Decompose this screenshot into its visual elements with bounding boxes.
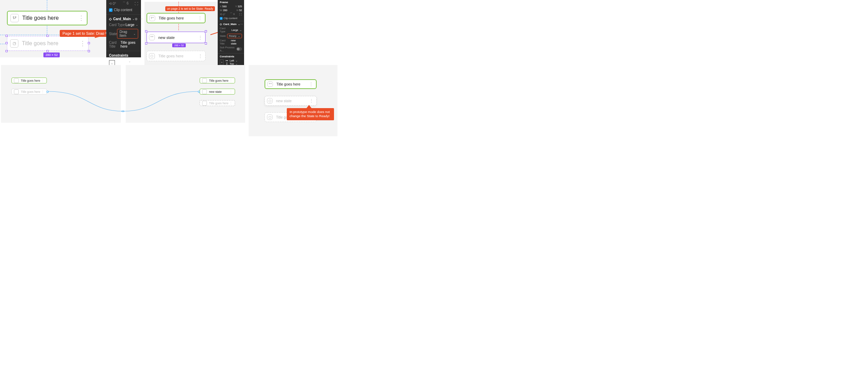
constraint-widget[interactable]: +	[220, 59, 224, 65]
card-green-1[interactable]: Title goes here ⋮	[7, 11, 87, 25]
more-icon[interactable]: ⋮	[229, 79, 233, 82]
svg-rect-2	[13, 42, 15, 44]
card-title: Title goes here	[209, 102, 229, 105]
selection-handle[interactable]	[88, 42, 90, 44]
svg-point-0	[13, 17, 14, 18]
card-type-dropdown[interactable]: Large⌄	[125, 23, 138, 27]
card-title: Title goes here	[158, 54, 197, 58]
svg-rect-9	[151, 55, 153, 57]
prop-label: State	[220, 34, 226, 38]
rotation-value[interactable]: 0°	[113, 2, 116, 6]
component-header[interactable]: ◇ Card_Main ⌄	[109, 17, 135, 21]
subprocess-toggle[interactable]	[236, 47, 242, 51]
more-icon[interactable]: ⋮	[308, 82, 314, 87]
prop-label: Card Type	[220, 27, 232, 33]
card-green-3[interactable]: Title goes here ⋮	[265, 79, 317, 89]
figma-properties-panel-1: ⟲ 0° ⌒ 6 ⛶ ✓ Clip content ◇ Card_Main ⌄ …	[106, 0, 141, 57]
bottom-frame-right: Title goes here ⋮ new state ⋮ Title goes…	[249, 65, 337, 136]
frame-header[interactable]: Frame	[218, 0, 244, 5]
more-icon[interactable]: ⋮	[79, 40, 85, 47]
expand-icon[interactable]: ⛶	[239, 13, 242, 16]
selection-handle[interactable]	[6, 50, 8, 52]
more-icon[interactable]: ⋮	[41, 79, 44, 82]
more-icon[interactable]: ⋮	[197, 35, 203, 40]
svg-point-8	[152, 36, 153, 37]
card-green-small[interactable]: Title goes here ⋮	[200, 78, 235, 83]
state-dropdown-highlighted[interactable]: Ready⌄	[227, 34, 242, 38]
rotation-value[interactable]: 0°	[223, 13, 225, 16]
more-icon[interactable]: ⋮	[41, 90, 44, 94]
radius-value[interactable]: 6	[127, 1, 129, 5]
constraint-h[interactable]: ↦ Left⌄	[117, 59, 131, 63]
more-icon[interactable]: ⋮	[197, 54, 203, 58]
selection-handle[interactable]	[6, 42, 8, 44]
selection-handle[interactable]	[88, 50, 90, 52]
card-newstate-selected[interactable]: new state ⋮	[147, 32, 206, 43]
card-newstate-dash[interactable]: new state ⋮	[265, 96, 317, 106]
branch-icon	[10, 14, 19, 22]
expand-icon[interactable]: ⛶	[135, 2, 138, 6]
svg-point-5	[151, 17, 152, 18]
branch-icon	[202, 78, 207, 83]
constraint-h[interactable]: ↦ Left⌄	[226, 59, 238, 62]
svg-point-6	[153, 17, 153, 18]
card-title: Title goes here	[22, 15, 78, 21]
title-value[interactable]: new state	[231, 39, 242, 45]
more-icon[interactable]: ⋯	[240, 23, 243, 26]
annotation-label: on page 2 is set to be State: Ready	[165, 6, 215, 11]
more-icon[interactable]: ⋮	[197, 16, 203, 21]
selection-handle[interactable]	[205, 42, 207, 44]
card-title: new state	[276, 99, 308, 103]
selection-handle[interactable]	[145, 30, 147, 32]
card-green-small[interactable]: Title goes here ⋮	[11, 78, 47, 83]
selection-handle[interactable]	[47, 35, 49, 37]
card-title: Title goes here	[21, 79, 41, 82]
state-dropdown-highlighted[interactable]: Drag Item⌄	[117, 29, 138, 39]
figma-properties-panel-2: Frame X 580Y 325 W 280H 52 ⟲ 0°⌒ 6⛶ ✓Cli…	[218, 0, 244, 65]
card-green-2[interactable]: Title goes here ⋮	[147, 13, 206, 23]
branch-icon	[202, 89, 207, 94]
selection-handle[interactable]	[6, 35, 8, 37]
y-value[interactable]: 325	[237, 5, 242, 8]
clip-checkbox[interactable]: ✓	[109, 8, 112, 12]
title-value[interactable]: Title goes here	[120, 41, 138, 48]
card-white-small[interactable]: Title goes here ⋮	[11, 89, 47, 95]
constraints-header: Constraints	[218, 54, 244, 59]
x-value[interactable]: 580	[222, 5, 227, 8]
component-header[interactable]: ◇ Card_Main ⌄	[220, 23, 240, 26]
annotation-bubble: In prototype mode does not change the St…	[287, 108, 334, 120]
card-type-dropdown[interactable]: Large⌄	[232, 29, 242, 32]
prototype-connection	[47, 90, 200, 118]
dimension-badge: 280 × 52	[172, 43, 186, 47]
selection-handle[interactable]	[47, 50, 49, 52]
card-dash-grey[interactable]: Title goes here ⋮	[147, 51, 206, 61]
card-title: Title goes here	[22, 40, 79, 47]
more-icon[interactable]: ⋮	[308, 98, 314, 103]
card-drag-selected[interactable]: Title goes here ⋮	[7, 36, 89, 51]
branch-icon	[149, 15, 155, 21]
prop-label: Sub Process A...	[220, 46, 236, 52]
more-icon[interactable]: ⋮	[78, 14, 84, 22]
card-title: Title goes here	[21, 90, 41, 94]
svg-rect-15	[269, 116, 271, 118]
note-icon	[267, 114, 273, 120]
more-icon[interactable]: ⋮	[229, 90, 233, 94]
note-icon	[14, 89, 19, 94]
more-icon[interactable]: ⋮	[229, 101, 233, 105]
more-icon[interactable]: ⋯	[140, 17, 143, 21]
svg-point-7	[151, 36, 151, 37]
prop-label: Card Title	[109, 41, 120, 48]
clip-label: Clip content	[224, 17, 237, 20]
selection-handle[interactable]	[145, 42, 147, 44]
prop-label: Card Title	[220, 39, 231, 45]
h-value[interactable]: 52	[239, 9, 242, 12]
card-newstate-small[interactable]: new state ⋮	[200, 89, 235, 95]
svg-rect-14	[269, 100, 271, 102]
go-to-main[interactable]: ⊕	[135, 17, 137, 21]
clip-checkbox[interactable]: ✓	[220, 17, 223, 20]
radius-value[interactable]: 6	[233, 13, 235, 16]
card-title: new state	[158, 35, 197, 40]
card-dash-small[interactable]: Title goes here ⋮	[200, 100, 235, 106]
w-value[interactable]: 280	[223, 9, 227, 12]
svg-point-12	[269, 83, 270, 84]
